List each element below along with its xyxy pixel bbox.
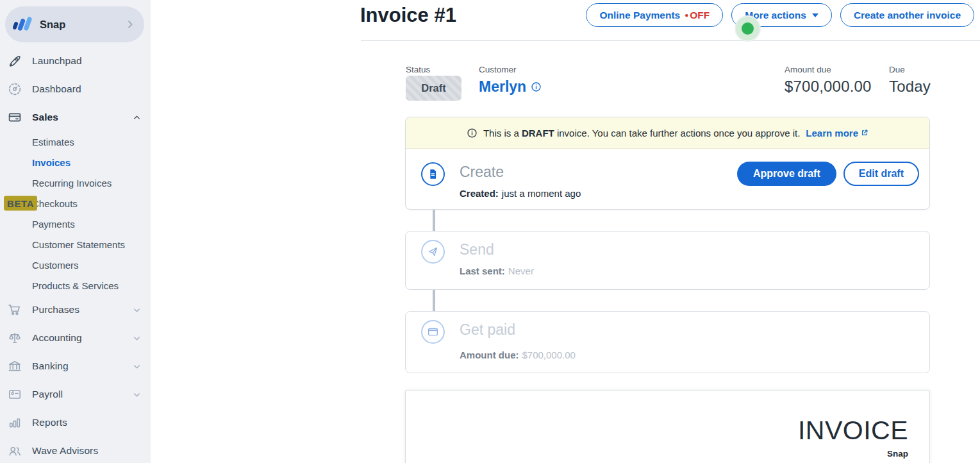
status-dot-icon: ● bbox=[685, 12, 688, 19]
gauge-icon bbox=[6, 81, 23, 97]
sidebar-item-payments[interactable]: Payments bbox=[0, 214, 151, 234]
click-dot-icon bbox=[742, 22, 754, 35]
sidebar-item-label: Launchpad bbox=[32, 55, 82, 67]
get-paid-step-row: Get paid Amount due:$700,000.00 bbox=[406, 312, 929, 360]
caret-down-icon bbox=[812, 13, 818, 17]
document-icon bbox=[421, 162, 445, 186]
create-another-invoice-button[interactable]: Create another invoice bbox=[840, 3, 974, 27]
workflow-connector bbox=[433, 290, 435, 311]
credit-card-icon bbox=[421, 320, 445, 344]
sidebar-nav: Launchpad Dashboard Sales Estimates Invo… bbox=[0, 47, 151, 463]
chevron-up-icon[interactable] bbox=[132, 113, 142, 122]
sidebar-subitem-label: Payments bbox=[32, 219, 75, 230]
chevron-right-icon bbox=[125, 19, 135, 29]
sidebar-item-label: Banking bbox=[32, 360, 69, 372]
bar-chart-icon bbox=[6, 415, 23, 430]
create-step-title: Create bbox=[460, 164, 581, 181]
create-step-card: This is a DRAFT invoice. You can take fu… bbox=[405, 117, 930, 210]
workflow-connector bbox=[433, 210, 435, 231]
sidebar-item-reports[interactable]: Reports bbox=[0, 408, 151, 437]
rocket-icon bbox=[6, 53, 23, 69]
invoice-preview-card[interactable]: INVOICE Snap bbox=[405, 390, 930, 463]
workspace-switcher[interactable]: Snap bbox=[5, 6, 144, 42]
sidebar-item-checkouts[interactable]: BETA Checkouts bbox=[0, 193, 151, 214]
sidebar-item-payroll[interactable]: Payroll bbox=[0, 380, 151, 408]
chevron-down-icon[interactable] bbox=[132, 390, 142, 400]
create-step-row: Create Created:just a moment ago Approve… bbox=[406, 149, 929, 199]
online-payments-button[interactable]: Online Payments ●OFF bbox=[586, 3, 723, 27]
header-divider bbox=[361, 40, 980, 41]
sidebar-item-purchases[interactable]: Purchases bbox=[0, 296, 151, 324]
paper-plane-icon bbox=[421, 240, 445, 264]
sidebar-item-customer-statements[interactable]: Customer Statements bbox=[0, 234, 151, 255]
scale-icon bbox=[6, 330, 23, 346]
sidebar-item-invoices[interactable]: Invoices bbox=[0, 152, 151, 173]
sidebar-subitem-label: Invoices bbox=[32, 157, 71, 168]
customer-name: Merlyn bbox=[479, 78, 526, 96]
sidebar-item-recurring-invoices[interactable]: Recurring Invoices bbox=[0, 173, 151, 193]
sidebar-item-label: Sales bbox=[32, 112, 58, 123]
sidebar-item-customers[interactable]: Customers bbox=[0, 255, 151, 275]
banner-text: This is a DRAFT invoice. You can take fu… bbox=[483, 128, 800, 139]
sidebar-subitem-label: Products & Services bbox=[32, 280, 119, 291]
amount-due-value: $700,000.00 bbox=[785, 78, 872, 96]
chevron-down-icon[interactable] bbox=[132, 362, 142, 371]
sidebar-item-banking[interactable]: Banking bbox=[0, 352, 151, 380]
sidebar: Snap Launchpad Dashboard Sales bbox=[0, 0, 151, 463]
people-icon bbox=[6, 443, 23, 459]
sidebar-subitem-label: Checkouts bbox=[32, 198, 78, 209]
chevron-down-icon[interactable] bbox=[132, 305, 142, 315]
send-step-title: Send bbox=[460, 241, 534, 258]
create-step-body: Create Created:just a moment ago bbox=[460, 162, 581, 199]
sidebar-item-label: Reports bbox=[32, 417, 67, 428]
chevron-down-icon[interactable] bbox=[132, 333, 142, 343]
online-payments-label: Online Payments bbox=[599, 10, 680, 21]
get-paid-step-meta: Amount due:$700,000.00 bbox=[460, 349, 576, 360]
external-link-icon bbox=[861, 129, 868, 137]
bank-icon bbox=[6, 358, 23, 374]
sidebar-subitem-label: Customer Statements bbox=[32, 239, 125, 250]
cart-icon bbox=[6, 302, 23, 317]
learn-more-link[interactable]: Learn more bbox=[806, 128, 868, 139]
edit-draft-button[interactable]: Edit draft bbox=[843, 162, 919, 186]
customer-label: Customer bbox=[479, 65, 517, 74]
sidebar-item-products-services[interactable]: Products & Services bbox=[0, 275, 151, 296]
send-step-card: Send Last sent:Never bbox=[405, 231, 930, 290]
sidebar-item-sales[interactable]: Sales bbox=[0, 103, 151, 131]
beta-badge: BETA bbox=[4, 196, 37, 211]
sidebar-item-label: Wave Advisors bbox=[32, 445, 98, 457]
sidebar-subitem-label: Recurring Invoices bbox=[32, 178, 112, 189]
sidebar-item-wave-advisors[interactable]: Wave Advisors bbox=[0, 437, 151, 463]
main-content: Invoice #1 Online Payments ●OFF More act… bbox=[151, 0, 980, 463]
due-label: Due bbox=[889, 65, 905, 74]
sidebar-subitem-label: Estimates bbox=[32, 137, 74, 147]
create-step-actions: Approve draft Edit draft bbox=[737, 162, 919, 186]
sidebar-item-dashboard[interactable]: Dashboard bbox=[0, 75, 151, 103]
send-step-body: Send Last sent:Never bbox=[460, 240, 534, 276]
approve-draft-button[interactable]: Approve draft bbox=[737, 162, 836, 186]
create-another-invoice-label: Create another invoice bbox=[854, 10, 961, 21]
sidebar-item-accounting[interactable]: Accounting bbox=[0, 324, 151, 352]
online-payments-status: ●OFF bbox=[685, 10, 710, 21]
info-icon bbox=[467, 128, 478, 139]
status-badge: Draft bbox=[406, 76, 461, 101]
invoice-preview-title: INVOICE bbox=[406, 416, 908, 446]
sidebar-subitem-label: Customers bbox=[32, 260, 79, 271]
click-indicator bbox=[735, 15, 761, 42]
sidebar-item-launchpad[interactable]: Launchpad bbox=[0, 47, 151, 75]
get-paid-step-body: Get paid Amount due:$700,000.00 bbox=[460, 320, 576, 360]
sales-icon bbox=[6, 110, 23, 125]
send-step-row: Send Last sent:Never bbox=[406, 232, 929, 276]
sidebar-item-label: Accounting bbox=[32, 332, 82, 344]
sidebar-item-estimates[interactable]: Estimates bbox=[0, 131, 151, 152]
invoice-preview-company: Snap bbox=[406, 449, 908, 459]
info-icon[interactable] bbox=[531, 81, 542, 92]
amount-due-label: Amount due bbox=[785, 65, 831, 74]
get-paid-step-title: Get paid bbox=[460, 321, 576, 339]
customer-link[interactable]: Merlyn bbox=[479, 78, 542, 96]
create-step-meta: Created:just a moment ago bbox=[460, 188, 581, 199]
due-value: Today bbox=[889, 78, 931, 96]
draft-info-banner: This is a DRAFT invoice. You can take fu… bbox=[406, 117, 929, 149]
header-actions: Online Payments ●OFF More actions Create… bbox=[586, 3, 974, 27]
sidebar-item-label: Payroll bbox=[32, 389, 63, 400]
